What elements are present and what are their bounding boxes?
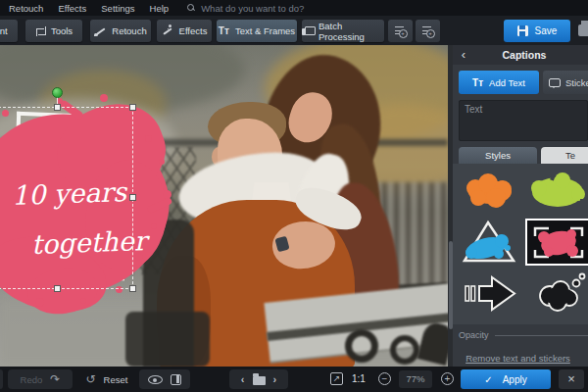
style-thumb-green-blob[interactable] (525, 168, 588, 215)
text-tr-icon: Tт (219, 25, 229, 36)
stickers-button[interactable]: Stickers (543, 71, 588, 94)
orange-blob-icon (459, 168, 521, 215)
print-icon-button[interactable] (578, 24, 588, 36)
tab-styles[interactable]: Styles (459, 147, 537, 164)
style-grid (453, 164, 588, 324)
photo-editor-window: Retouch Effects Settings Help What do yo… (0, 0, 588, 392)
tab-label: Batch Processing (318, 21, 384, 42)
quick-queue-button-1[interactable] (388, 20, 413, 42)
zoom-in-button[interactable]: + (441, 372, 454, 385)
prev-file-icon[interactable]: ‹ (241, 374, 245, 385)
add-text-label: Add Text (489, 77, 525, 88)
selection-handle-bottom-center[interactable] (54, 285, 61, 292)
remove-text-and-stickers-link[interactable]: Remove text and stickers (448, 353, 588, 364)
text-tr-icon: Tт (472, 77, 483, 88)
panel-title: Captions (474, 49, 574, 61)
menu-effects[interactable]: Effects (58, 3, 86, 14)
style-thumb-swoosh-cut[interactable] (459, 320, 521, 324)
scrollbar-thumb[interactable] (449, 241, 453, 329)
opacity-control: Opacity (459, 330, 588, 340)
add-text-button[interactable]: Tт Add Text (459, 71, 539, 94)
save-label: Save (535, 25, 558, 36)
chair-seat (125, 312, 210, 367)
style-thumb-black-arrow[interactable] (459, 270, 521, 317)
reset-button[interactable]: ↺ Reset (78, 369, 135, 389)
search-icon (187, 4, 195, 12)
menu-settings[interactable]: Settings (101, 3, 134, 14)
table-scroll-leg (345, 329, 378, 363)
brush-icon (94, 25, 106, 37)
search-field[interactable]: What do you want to do? (187, 3, 304, 14)
list-add-icon (395, 25, 407, 36)
check-icon: ✓ (484, 374, 492, 385)
style-thumb-green-blob-2-cut[interactable] (525, 320, 588, 324)
selection-handle-top-center[interactable] (54, 104, 61, 111)
list-add-icon (422, 25, 434, 36)
selection-bounding-box[interactable] (0, 107, 133, 289)
tab-label: ent (0, 25, 8, 36)
zoom-out-button[interactable]: − (378, 372, 391, 385)
style-thumb-orange-blob[interactable] (459, 168, 521, 215)
tab-enhancement-cut[interactable]: ent (0, 20, 18, 42)
captions-panel: ‹ Captions Tт Add Text Stickers Styles T… (448, 45, 588, 367)
redo-button[interactable]: Redo ↷ (8, 369, 73, 389)
styles-tab-label: Styles (485, 150, 511, 161)
photo-canvas[interactable]: 10 years together (0, 45, 448, 367)
tab-label: Tools (51, 25, 73, 36)
blue-splash-triangle-icon (459, 219, 521, 266)
next-file-icon[interactable]: › (273, 374, 277, 385)
opacity-label: Opacity (459, 330, 489, 340)
redo-label: Redo (21, 374, 43, 385)
green-blob-icon (525, 168, 588, 215)
caption-text-input[interactable] (459, 100, 588, 141)
menu-help[interactable]: Help (150, 3, 170, 14)
undo-button-cut[interactable] (0, 369, 3, 389)
tab-tools[interactable]: Tools (25, 20, 82, 42)
templates-tab-label: Te (565, 150, 575, 161)
tab-text-and-frames[interactable]: Tт Text & Frames (217, 20, 297, 42)
style-thumb-thought-bubble[interactable] (525, 270, 588, 317)
tab-label: Retouch (112, 25, 146, 36)
folder-icon[interactable] (253, 376, 266, 385)
fit-to-screen-icon[interactable]: ↗ (330, 372, 343, 385)
apply-button[interactable]: ✓ Apply (461, 369, 551, 389)
sticker-bubble-icon (549, 78, 561, 87)
save-button[interactable]: Save (504, 20, 570, 42)
search-placeholder: What do you want to do? (201, 3, 304, 14)
tool-tab-bar: ent Tools Retouch Effects Tт Text & Fram… (0, 16, 588, 45)
apply-label: Apply (503, 374, 527, 385)
cancel-button[interactable]: × (559, 369, 584, 389)
reset-arrow-icon: ↺ (86, 373, 96, 385)
quick-queue-button-2[interactable] (416, 20, 440, 42)
panel-header: ‹ Captions (453, 45, 588, 65)
back-chevron-button[interactable]: ‹ (453, 46, 474, 64)
zoom-percentage[interactable]: 77% (399, 370, 432, 388)
selection-handle-top-right[interactable] (129, 104, 136, 111)
crop-icon (35, 26, 45, 36)
actual-size-button[interactable]: 1:1 (352, 373, 366, 384)
tab-templates-cut[interactable]: Te (541, 147, 588, 164)
menu-bar: Retouch Effects Settings Help What do yo… (0, 0, 588, 16)
pink-splash-frame-icon (527, 220, 588, 264)
redo-arrow-icon: ↷ (50, 373, 60, 385)
tab-effects[interactable]: Effects (157, 20, 212, 42)
preview-eye-icon[interactable] (148, 374, 163, 384)
opacity-slider[interactable] (495, 335, 588, 336)
magic-wand-icon (162, 25, 173, 37)
reset-label: Reset (104, 374, 128, 385)
file-nav-group: ‹ › (229, 369, 288, 389)
save-floppy-icon (517, 25, 528, 36)
style-thumb-pink-splash-frame-selected[interactable] (525, 219, 588, 266)
tab-batch-processing[interactable]: Batch Processing (302, 20, 384, 42)
bottom-toolbar: Redo ↷ ↺ Reset ‹ › ↗ 1:1 − 77% + ✓ Apply… (0, 367, 588, 392)
tab-retouch[interactable]: Retouch (90, 20, 151, 42)
tab-label: Text & Frames (235, 25, 295, 36)
style-thumb-blue-splash-triangle[interactable] (459, 219, 521, 266)
stickers-label: Stickers (565, 77, 588, 88)
menu-retouch[interactable]: Retouch (9, 3, 43, 14)
rotation-handle[interactable] (52, 87, 63, 98)
tab-label: Effects (179, 25, 208, 36)
selection-handle-right-middle[interactable] (129, 194, 136, 201)
before-after-icon[interactable] (171, 374, 181, 385)
selection-handle-bottom-right[interactable] (129, 285, 136, 292)
